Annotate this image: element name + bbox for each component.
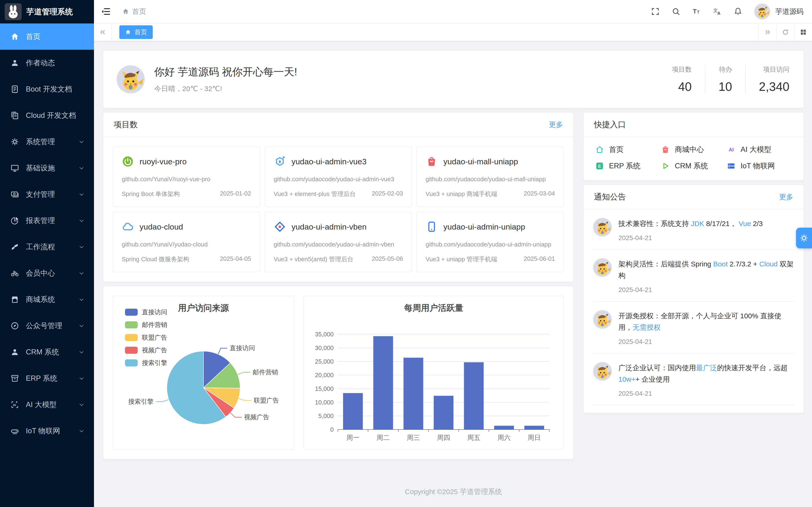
app-title: 芋道管理系统 [26, 7, 73, 17]
sidebar-item-iot[interactable]: IoT 物联网 [0, 418, 94, 444]
project-card-yudao-ui-admin-vben[interactable]: yudao-ui-admin-vbengithub.com/yudaocode/… [265, 212, 412, 272]
projects-more-link[interactable]: 更多 [549, 120, 563, 129]
theme-settings-button[interactable] [796, 228, 812, 248]
svg-text:周五: 周五 [467, 434, 480, 441]
quick-entry-iot[interactable]: IoT 物联网 [726, 161, 792, 171]
notice-keyword-link[interactable]: JDK [691, 220, 704, 227]
notice-item[interactable]: 开源免授权：全部开源，个人与企业可 100% 直接使用，无需授权2025-04-… [593, 301, 794, 353]
sidebar-item-erp[interactable]: ERP 系统 [0, 365, 94, 392]
username[interactable]: 芋道源码 [775, 7, 804, 16]
stat-projects: 项目数 40 [659, 65, 705, 94]
sidebar-item-system[interactable]: 系统管理 [0, 129, 94, 155]
svg-text:周三: 周三 [407, 434, 420, 441]
wallet-icon [10, 190, 19, 199]
vben-project-icon [274, 221, 286, 233]
sidebar-item-crm[interactable]: CRM 系统 [0, 339, 94, 365]
sidebar-item-payment[interactable]: 支付管理 [0, 181, 94, 208]
stat-visits: 项目访问 2,340 [745, 65, 791, 94]
svg-text:5,000: 5,000 [318, 412, 334, 419]
bar-chart: 05,00010,00015,00020,00025,00030,00035,0… [304, 296, 563, 449]
sidebar-item-infra[interactable]: 基础设施 [0, 155, 94, 181]
notice-item[interactable]: 架构灵活性：后端提供 Spring Boot 2.7/3.2 + Cloud 双… [593, 250, 794, 301]
project-card-yudao-ui-mall-uniapp[interactable]: yudao-ui-mall-uniappgithub.com/yudaocode… [417, 147, 564, 207]
charts-card: 用户访问来源 直接访问邮件营销联盟广告视频广告搜索引擎 直接访问邮件营销联盟广告… [103, 286, 573, 459]
svg-text:15,000: 15,000 [315, 385, 334, 392]
notification-bell-icon[interactable] [733, 7, 743, 16]
sidebar-item-ai[interactable]: AIAI 大模型 [0, 392, 94, 418]
project-card-yudao-ui-admin-uniapp[interactable]: yudao-ui-admin-uniappgithub.com/yudaocod… [417, 212, 564, 272]
notice-keyword-link[interactable]: Boot [713, 260, 728, 268]
quick-entry-crm[interactable]: CRM 系统 [661, 161, 726, 171]
notice-keyword-link[interactable]: 无需授权 [632, 324, 661, 331]
quick-entry-erp[interactable]: EERP 系统 [595, 161, 661, 171]
chevron-down-icon [79, 191, 85, 198]
project-card-yudao-cloud[interactable]: yudao-cloudgithub.com/YunaiV/yudao-cloud… [113, 212, 260, 272]
search-icon[interactable] [671, 7, 680, 16]
top-header: 首页 TT 文A 芋道源码 [94, 0, 812, 23]
sidebar-item-cloud-docs[interactable]: Cloud 开发文档 [0, 102, 94, 129]
sidebar-item-workflow[interactable]: 工作流程 [0, 234, 94, 260]
fullscreen-icon[interactable] [651, 7, 660, 16]
notice-avatar [593, 218, 612, 237]
project-desc: Spring Cloud 微服务架构 [122, 255, 189, 263]
user-icon [10, 348, 19, 356]
project-url: github.com/yudaocode/yudao-ui-mall-uniap… [425, 175, 555, 184]
svg-text:联盟广告: 联盟广告 [254, 397, 279, 404]
sidebar-item-member[interactable]: 会员中心 [0, 260, 94, 286]
chevron-down-icon [79, 139, 85, 145]
tabbar: 首页 [94, 23, 812, 41]
notice-item[interactable]: 技术兼容性：系统支持 JDK 8/17/21， Vue 2/32025-04-2… [593, 209, 794, 250]
user-icon [10, 58, 19, 67]
tabs-scroll-left-icon[interactable] [94, 23, 112, 41]
sidebar-item-mp[interactable]: 公众号管理 [0, 313, 94, 339]
tabs-scroll-right-icon[interactable] [758, 23, 776, 41]
notice-keyword-link[interactable]: 最广泛 [696, 364, 717, 372]
svg-text:周六: 周六 [497, 434, 511, 441]
sidebar-item-label: 商城系统 [26, 294, 55, 304]
project-date: 2025-05-06 [372, 255, 403, 263]
notice-keyword-link[interactable]: Cloud [759, 260, 777, 268]
project-url: github.com/yudaocode/yudao-ui-admin-vben [274, 240, 403, 249]
copyright-footer: Copyright ©2025 芋道管理系统 [103, 475, 804, 507]
language-icon[interactable]: 文A [713, 7, 722, 16]
notice-keyword-link[interactable]: Vue [739, 220, 751, 227]
sidebar-item-report[interactable]: 报表管理 [0, 208, 94, 234]
sidebar-item-mall[interactable]: 商城系统 [0, 286, 94, 313]
notices-more-link[interactable]: 更多 [779, 192, 793, 202]
svg-text:周一: 周一 [346, 434, 359, 441]
notice-item[interactable]: 广泛企业认可：国内使用最广泛的快速开发平台，远超 10w++ 企业使用2025-… [593, 353, 794, 405]
home-icon [125, 29, 131, 35]
pie-chart-panel: 用户访问来源 直接访问邮件营销联盟广告视频广告搜索引擎 直接访问邮件营销联盟广告… [113, 296, 294, 450]
sidebar-item-label: 基础设施 [26, 163, 55, 173]
app-logo[interactable]: 芋道管理系统 [0, 0, 94, 23]
notice-text: 架构灵活性：后端提供 Spring Boot 2.7/3.2 + Cloud 双… [618, 258, 794, 281]
sidebar-item-home[interactable]: 首页 [0, 23, 94, 50]
quick-entry-mall-center[interactable]: 商城中心 [661, 145, 726, 155]
quick-entry-home[interactable]: 首页 [595, 145, 661, 155]
quick-entry-ai-model[interactable]: AIAI 大模型 [726, 145, 792, 155]
chevron-down-icon [79, 402, 85, 408]
notice-text: 广泛企业认可：国内使用最广泛的快速开发平台，远超 10w++ 企业使用 [618, 362, 794, 385]
project-card-ruoyi-vue-pro[interactable]: ruoyi-vue-progithub.com/YunaiV/ruoyi-vue… [113, 147, 260, 207]
project-date: 2025-03-04 [524, 190, 555, 198]
layout-grid-icon[interactable] [794, 23, 812, 41]
doc-icon [10, 85, 19, 94]
font-size-icon[interactable]: TT [692, 7, 701, 16]
project-url: github.com/YunaiV/yudao-cloud [122, 240, 251, 249]
collapse-sidebar-icon[interactable] [101, 6, 111, 17]
sidebar: 芋道管理系统 首页作者动态Boot 开发文档Cloud 开发文档系统管理基础设施… [0, 0, 94, 507]
notice-keyword-link[interactable]: 10w+ [618, 375, 636, 383]
svg-text:35,000: 35,000 [315, 331, 334, 338]
breadcrumb[interactable]: 首页 [122, 7, 146, 16]
spring-project-icon [122, 155, 134, 168]
refresh-icon[interactable] [776, 23, 794, 41]
stat-todo: 待办 10 [705, 65, 745, 94]
project-url: github.com/yudaocode/yudao-ui-admin-unia… [425, 240, 555, 249]
user-avatar[interactable] [754, 3, 770, 19]
project-card-yudao-ui-admin-vue3[interactable]: yudao-ui-admin-vue3github.com/yudaocode/… [265, 147, 412, 207]
project-name: yudao-cloud [140, 222, 183, 231]
sidebar-item-boot-docs[interactable]: Boot 开发文档 [0, 76, 94, 102]
tab-home[interactable]: 首页 [119, 25, 153, 39]
sidebar-item-author[interactable]: 作者动态 [0, 50, 94, 76]
sidebar-item-label: 支付管理 [26, 189, 55, 199]
